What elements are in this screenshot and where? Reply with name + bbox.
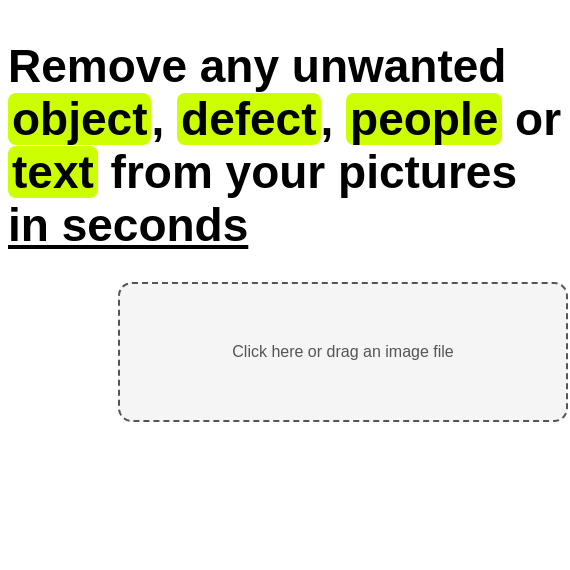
comma1: , [151, 93, 177, 145]
image-drop-zone[interactable]: Click here or drag an image file [118, 282, 568, 422]
underline-seconds: in seconds [8, 199, 248, 251]
comma2: , [321, 93, 347, 145]
headline-part1: Remove any unwanted [8, 40, 506, 92]
highlight-people: people [346, 93, 502, 145]
drop-zone-wrapper: Click here or drag an image file [8, 282, 562, 422]
drop-zone-label: Click here or drag an image file [232, 343, 453, 361]
highlight-text: text [8, 146, 98, 198]
headline-part2: from your pictures [98, 146, 517, 198]
highlight-object: object [8, 93, 151, 145]
main-container: Remove any unwanted object, defect, peop… [0, 0, 570, 442]
highlight-defect: defect [177, 93, 320, 145]
headline: Remove any unwanted object, defect, peop… [8, 40, 562, 252]
or-text: or [502, 93, 561, 145]
